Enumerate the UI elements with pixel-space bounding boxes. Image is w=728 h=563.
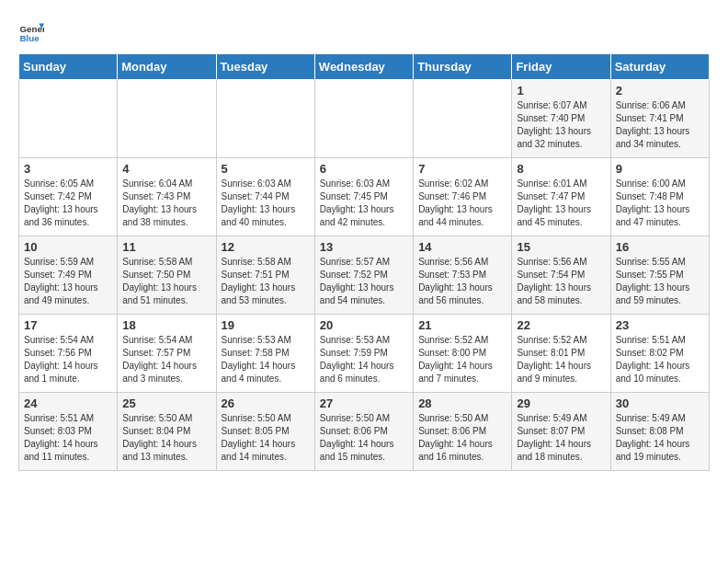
day-number: 28 (418, 396, 506, 410)
weekday-header-wednesday: Wednesday (314, 54, 413, 80)
cell-content: Sunrise: 5:52 AM Sunset: 8:01 PM Dayligh… (517, 334, 605, 385)
calendar-cell (118, 80, 216, 158)
calendar-week-row: 17Sunrise: 5:54 AM Sunset: 7:56 PM Dayli… (19, 315, 710, 393)
day-number: 20 (320, 318, 408, 332)
weekday-header-row: SundayMondayTuesdayWednesdayThursdayFrid… (19, 54, 710, 80)
day-number: 30 (616, 396, 704, 410)
calendar-cell: 3Sunrise: 6:05 AM Sunset: 7:42 PM Daylig… (19, 158, 118, 236)
cell-content: Sunrise: 6:00 AM Sunset: 7:48 PM Dayligh… (616, 178, 704, 229)
cell-content: Sunrise: 6:07 AM Sunset: 7:40 PM Dayligh… (517, 99, 605, 151)
day-number: 24 (24, 396, 112, 410)
day-number: 2 (616, 84, 704, 98)
cell-content: Sunrise: 5:50 AM Sunset: 8:06 PM Dayligh… (320, 412, 408, 464)
calendar-week-row: 24Sunrise: 5:51 AM Sunset: 8:03 PM Dayli… (19, 393, 710, 471)
cell-content: Sunrise: 5:55 AM Sunset: 7:55 PM Dayligh… (616, 256, 704, 307)
cell-content: Sunrise: 5:51 AM Sunset: 8:02 PM Dayligh… (616, 334, 704, 385)
calendar-cell: 24Sunrise: 5:51 AM Sunset: 8:03 PM Dayli… (19, 393, 118, 471)
calendar-week-row: 1Sunrise: 6:07 AM Sunset: 7:40 PM Daylig… (19, 80, 710, 158)
day-number: 19 (222, 318, 310, 332)
svg-text:Blue: Blue (19, 33, 40, 43)
cell-content: Sunrise: 5:58 AM Sunset: 7:51 PM Dayligh… (222, 256, 310, 307)
cell-content: Sunrise: 5:51 AM Sunset: 8:03 PM Dayligh… (24, 412, 112, 464)
cell-content: Sunrise: 5:53 AM Sunset: 7:59 PM Dayligh… (320, 334, 408, 385)
calendar-week-row: 10Sunrise: 5:59 AM Sunset: 7:49 PM Dayli… (19, 236, 710, 315)
day-number: 23 (616, 318, 704, 332)
cell-content: Sunrise: 5:54 AM Sunset: 7:57 PM Dayligh… (122, 334, 210, 385)
calendar-cell: 23Sunrise: 5:51 AM Sunset: 8:02 PM Dayli… (610, 315, 709, 393)
calendar-cell: 9Sunrise: 6:00 AM Sunset: 7:48 PM Daylig… (610, 158, 709, 236)
cell-content: Sunrise: 5:57 AM Sunset: 7:52 PM Dayligh… (320, 256, 408, 307)
calendar-cell: 13Sunrise: 5:57 AM Sunset: 7:52 PM Dayli… (314, 236, 413, 315)
cell-content: Sunrise: 6:03 AM Sunset: 7:44 PM Dayligh… (222, 178, 310, 229)
cell-content: Sunrise: 6:04 AM Sunset: 7:43 PM Dayligh… (122, 178, 210, 229)
calendar-cell (19, 80, 118, 158)
day-number: 11 (122, 240, 210, 254)
weekday-header-thursday: Thursday (414, 54, 512, 80)
cell-content: Sunrise: 5:49 AM Sunset: 8:08 PM Dayligh… (616, 412, 704, 464)
cell-content: Sunrise: 5:58 AM Sunset: 7:50 PM Dayligh… (122, 256, 210, 307)
calendar-cell (216, 80, 314, 158)
day-number: 16 (616, 240, 704, 254)
day-number: 15 (517, 240, 605, 254)
calendar-cell: 27Sunrise: 5:50 AM Sunset: 8:06 PM Dayli… (314, 393, 413, 471)
day-number: 3 (24, 162, 112, 176)
logo: General Blue (18, 18, 48, 44)
calendar-cell: 26Sunrise: 5:50 AM Sunset: 8:05 PM Dayli… (216, 393, 314, 471)
calendar-cell: 20Sunrise: 5:53 AM Sunset: 7:59 PM Dayli… (314, 315, 413, 393)
calendar-cell: 5Sunrise: 6:03 AM Sunset: 7:44 PM Daylig… (216, 158, 314, 236)
cell-content: Sunrise: 6:06 AM Sunset: 7:41 PM Dayligh… (616, 99, 704, 151)
calendar-cell: 19Sunrise: 5:53 AM Sunset: 7:58 PM Dayli… (216, 315, 314, 393)
day-number: 18 (122, 318, 210, 332)
weekday-header-sunday: Sunday (19, 54, 118, 80)
day-number: 21 (418, 318, 506, 332)
weekday-header-friday: Friday (512, 54, 610, 80)
day-number: 14 (418, 240, 506, 254)
calendar-cell: 17Sunrise: 5:54 AM Sunset: 7:56 PM Dayli… (19, 315, 118, 393)
weekday-header-tuesday: Tuesday (216, 54, 314, 80)
calendar-cell: 6Sunrise: 6:03 AM Sunset: 7:45 PM Daylig… (314, 158, 413, 236)
cell-content: Sunrise: 5:56 AM Sunset: 7:54 PM Dayligh… (517, 256, 605, 307)
calendar-cell: 12Sunrise: 5:58 AM Sunset: 7:51 PM Dayli… (216, 236, 314, 315)
calendar-cell: 25Sunrise: 5:50 AM Sunset: 8:04 PM Dayli… (118, 393, 216, 471)
day-number: 29 (517, 396, 605, 410)
cell-content: Sunrise: 6:03 AM Sunset: 7:45 PM Dayligh… (320, 178, 408, 229)
day-number: 12 (222, 240, 310, 254)
cell-content: Sunrise: 6:02 AM Sunset: 7:46 PM Dayligh… (418, 178, 506, 229)
cell-content: Sunrise: 5:50 AM Sunset: 8:05 PM Dayligh… (222, 412, 310, 464)
calendar-cell (314, 80, 413, 158)
day-number: 26 (222, 396, 310, 410)
calendar-cell: 30Sunrise: 5:49 AM Sunset: 8:08 PM Dayli… (610, 393, 709, 471)
cell-content: Sunrise: 5:53 AM Sunset: 7:58 PM Dayligh… (222, 334, 310, 385)
day-number: 7 (418, 162, 506, 176)
calendar-header: SundayMondayTuesdayWednesdayThursdayFrid… (19, 54, 710, 80)
calendar-cell (414, 80, 512, 158)
weekday-header-saturday: Saturday (610, 54, 709, 80)
day-number: 13 (320, 240, 408, 254)
day-number: 25 (122, 396, 210, 410)
logo-icon: General Blue (18, 18, 44, 44)
day-number: 27 (320, 396, 408, 410)
calendar-cell: 15Sunrise: 5:56 AM Sunset: 7:54 PM Dayli… (512, 236, 610, 315)
calendar-week-row: 3Sunrise: 6:05 AM Sunset: 7:42 PM Daylig… (19, 158, 710, 236)
day-number: 1 (517, 84, 605, 98)
day-number: 4 (122, 162, 210, 176)
calendar-cell: 16Sunrise: 5:55 AM Sunset: 7:55 PM Dayli… (610, 236, 709, 315)
day-number: 8 (517, 162, 605, 176)
calendar-cell: 21Sunrise: 5:52 AM Sunset: 8:00 PM Dayli… (414, 315, 512, 393)
calendar-body: 1Sunrise: 6:07 AM Sunset: 7:40 PM Daylig… (19, 80, 710, 471)
day-number: 5 (222, 162, 310, 176)
cell-content: Sunrise: 5:59 AM Sunset: 7:49 PM Dayligh… (24, 256, 112, 307)
calendar-cell: 14Sunrise: 5:56 AM Sunset: 7:53 PM Dayli… (414, 236, 512, 315)
calendar-cell: 4Sunrise: 6:04 AM Sunset: 7:43 PM Daylig… (118, 158, 216, 236)
calendar-cell: 29Sunrise: 5:49 AM Sunset: 8:07 PM Dayli… (512, 393, 610, 471)
cell-content: Sunrise: 5:50 AM Sunset: 8:04 PM Dayligh… (122, 412, 210, 464)
calendar-cell: 8Sunrise: 6:01 AM Sunset: 7:47 PM Daylig… (512, 158, 610, 236)
day-number: 6 (320, 162, 408, 176)
calendar-cell: 28Sunrise: 5:50 AM Sunset: 8:06 PM Dayli… (414, 393, 512, 471)
calendar-cell: 22Sunrise: 5:52 AM Sunset: 8:01 PM Dayli… (512, 315, 610, 393)
page-header: General Blue (18, 15, 710, 44)
calendar-cell: 11Sunrise: 5:58 AM Sunset: 7:50 PM Dayli… (118, 236, 216, 315)
calendar-cell: 10Sunrise: 5:59 AM Sunset: 7:49 PM Dayli… (19, 236, 118, 315)
calendar-cell: 7Sunrise: 6:02 AM Sunset: 7:46 PM Daylig… (414, 158, 512, 236)
day-number: 10 (24, 240, 112, 254)
